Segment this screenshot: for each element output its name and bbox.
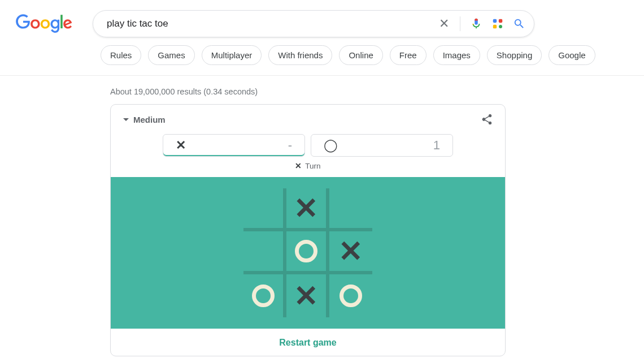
score-o-value: 1 bbox=[433, 138, 440, 153]
x-mark-icon: ✕ bbox=[294, 193, 319, 223]
x-mark-label: ✕ bbox=[176, 139, 186, 152]
chip-rules[interactable]: Rules bbox=[101, 45, 141, 65]
difficulty-selector[interactable]: Medium bbox=[123, 115, 166, 124]
filter-chips: Rules Games Multiplayer With friends Onl… bbox=[101, 45, 644, 65]
cell-4[interactable] bbox=[286, 231, 329, 274]
o-mark-icon bbox=[252, 285, 275, 307]
chip-multiplayer[interactable]: Multiplayer bbox=[202, 45, 262, 65]
o-mark-icon bbox=[295, 240, 317, 262]
cell-5[interactable]: ✕ bbox=[329, 231, 372, 274]
o-mark-label: ◯ bbox=[324, 139, 338, 152]
searchbar-actions: ✕ bbox=[437, 16, 526, 31]
turn-mark: ✕ bbox=[295, 161, 302, 170]
x-mark-icon: ✕ bbox=[294, 281, 319, 311]
header-bar: ✕ bbox=[0, 0, 644, 37]
svg-rect-1 bbox=[499, 19, 502, 23]
chip-images[interactable]: Images bbox=[433, 45, 480, 65]
chip-google[interactable]: Google bbox=[549, 45, 595, 65]
x-mark-icon: ✕ bbox=[338, 236, 363, 266]
separator bbox=[460, 16, 460, 31]
search-bar[interactable]: ✕ bbox=[93, 10, 534, 37]
search-input[interactable] bbox=[106, 18, 432, 30]
cell-2[interactable] bbox=[329, 188, 372, 231]
google-logo[interactable] bbox=[16, 14, 72, 34]
tictactoe-card: Medium ✕ - ◯ 1 ✕ Turn ✕ bbox=[110, 104, 506, 356]
svg-point-3 bbox=[499, 25, 502, 28]
chip-games[interactable]: Games bbox=[148, 45, 194, 65]
cell-1[interactable]: ✕ bbox=[286, 188, 329, 231]
cell-7[interactable]: ✕ bbox=[286, 274, 329, 317]
score-x-value: - bbox=[288, 138, 292, 153]
share-icon[interactable] bbox=[480, 113, 494, 126]
chip-with-friends[interactable]: With friends bbox=[268, 45, 332, 65]
mic-icon[interactable] bbox=[469, 17, 483, 31]
cell-3[interactable] bbox=[243, 231, 286, 274]
cell-8[interactable] bbox=[329, 274, 372, 317]
caret-down-icon bbox=[123, 118, 129, 121]
score-row: ✕ - ◯ 1 bbox=[111, 132, 505, 161]
result-stats: About 19,000,000 results (0.34 seconds) bbox=[110, 76, 506, 104]
cell-6[interactable] bbox=[243, 274, 286, 317]
restart-button[interactable]: Restart game bbox=[111, 329, 505, 356]
o-mark-icon bbox=[340, 285, 362, 307]
clear-icon[interactable]: ✕ bbox=[437, 17, 451, 31]
chip-free[interactable]: Free bbox=[390, 45, 427, 65]
svg-rect-0 bbox=[493, 19, 497, 23]
lens-icon[interactable] bbox=[491, 17, 504, 31]
turn-indicator: ✕ Turn bbox=[111, 161, 505, 177]
cell-0[interactable] bbox=[243, 188, 286, 231]
chip-online[interactable]: Online bbox=[339, 45, 382, 65]
board-area: ✕ ✕ ✕ bbox=[111, 177, 505, 329]
score-x[interactable]: ✕ - bbox=[163, 134, 305, 157]
svg-rect-2 bbox=[493, 25, 497, 28]
turn-label: Turn bbox=[305, 162, 320, 170]
score-o[interactable]: ◯ 1 bbox=[311, 134, 453, 157]
chip-shopping[interactable]: Shopping bbox=[487, 45, 542, 65]
tictactoe-board: ✕ ✕ ✕ bbox=[243, 188, 372, 317]
search-icon[interactable] bbox=[512, 17, 526, 31]
difficulty-label: Medium bbox=[133, 115, 166, 124]
